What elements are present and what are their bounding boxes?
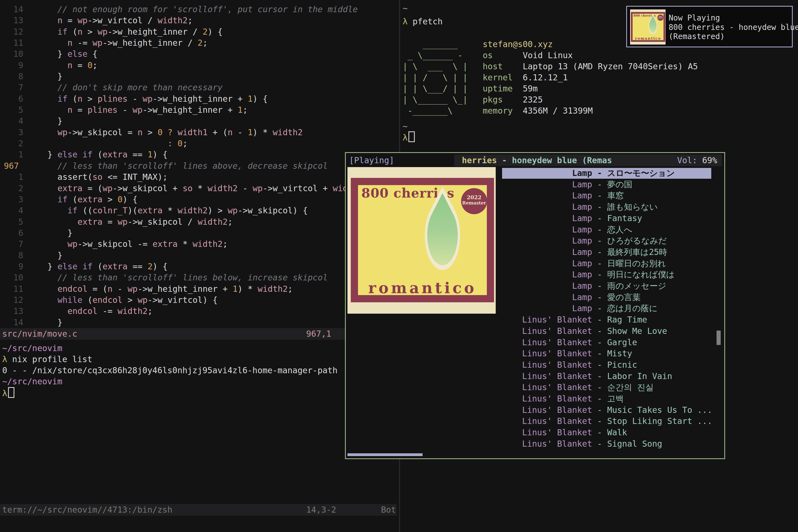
queue-item[interactable]: Linus' Blanket - Misty [347,348,725,359]
shell-path: ~ [403,121,407,132]
code-line: 13 endcol -= width2; [0,306,399,317]
code-line: 9 n = 0; [0,60,399,71]
player-state-badge: [Playing] [349,155,394,166]
queue-item[interactable]: Lamp - 恋は月の蔭に [347,303,725,314]
line-number: 1 [0,149,23,160]
prompt-lambda-icon: λ [403,133,407,142]
queue-item[interactable]: Lamp - ひろがるなみだ [347,235,725,247]
statusline-scroll-indicator: Bot [381,504,396,516]
line-number: 12 [0,294,23,306]
volume-indicator: Vol: 69% [677,155,717,166]
line-number: 3 [0,127,23,138]
line-number: 13 [0,306,23,317]
line-number: 10 [0,272,23,283]
terminal-line: λ [2,387,14,398]
neovim-pane[interactable]: 14 // not enough room for 'scrolloff', p… [0,0,399,532]
code-line: 6 } [0,227,399,239]
line-number: 13 [0,15,23,26]
queue-item[interactable]: Linus' Blanket - Stop Liking Start ... [347,416,725,427]
prompt-lambda-icon: λ [403,17,407,26]
queue-item[interactable]: Lamp - 明日になれば僕は [347,269,725,280]
queue-item[interactable]: Lamp - 車窓 [347,190,725,202]
line-number: 4 [0,205,23,216]
code-line: 12 if (n > wp->w_height_inner / 2) { [0,26,399,37]
queue-item[interactable]: Lamp - 日曜日のお別れ [347,258,725,269]
queue-item[interactable]: Linus' Blanket - Signal Song [347,438,725,450]
album-art-image: 800 cherries 2022 Remaster romantico [630,10,666,44]
line-number: 967 [0,160,23,172]
terminal-line: λnix profile list [2,354,92,365]
line-number: 6 [0,93,23,104]
desktop: 14 // not enough room for 'scrolloff', p… [0,0,798,532]
queue-item[interactable]: Lamp - 誰も知らない [347,202,725,213]
line-number: 14 [0,4,23,15]
code-line: 4 if ((colnr_T)(extra * width2) > wp->w_… [0,205,399,216]
code-line: 1 assert(so <= INT_MAX); [0,172,399,183]
line-number: 8 [0,71,23,82]
code-line: 2 extra = (wp->w_skipcol + so * width2 -… [0,183,399,194]
shell-path: ~ [403,3,407,14]
code-line: 967 // less than 'scrolloff' lines above… [0,160,399,172]
queue-item[interactable]: Linus' Blanket - Show Me Love [347,326,725,337]
queue-item[interactable]: Lamp - 雨のメッセージ [347,280,725,292]
player-scrolling-title: herries - honeydew blue (Remas [462,155,612,166]
terminal-statusline: term://~/src/neovim//4713:/bin/zsh 14,3-… [0,504,397,516]
line-number: 14 [0,317,23,328]
line-number: 10 [0,49,23,60]
queue-item[interactable]: Lamp - Fantasy [347,213,725,224]
queue-item[interactable]: Linus' Blanket - 고백 [347,393,725,404]
queue-item[interactable]: Linus' Blanket - Music Takes Us To ... [347,404,725,416]
code-line: 7 wp->w_skipcol -= extra * width2; [0,239,399,250]
queue-item[interactable]: Lamp - 最終列車は25時 [347,247,725,258]
queue-item[interactable]: Lamp - スロ〜モ〜ション [347,168,725,179]
player-titlebar: [Playing] herries - honeydew blue (Remas… [346,155,724,166]
notification-album-thumbnail: 800 cherries 2022 Remaster romantico [630,10,666,44]
queue-scrollbar[interactable] [717,330,721,345]
line-number: 7 [0,239,23,250]
code-line: 14 } [0,317,399,328]
shell-command-line: λpfetch [403,16,442,27]
queue-item[interactable]: Lamp - 恋人へ [347,224,725,235]
line-number: 5 [0,216,23,227]
terminal-line: ~/src/neovim [2,376,62,387]
line-number: 8 [0,250,23,261]
line-number: 2 [0,183,23,194]
code-line: 13 n = wp->w_virtcol / width2; [0,15,399,26]
line-number: 9 [0,60,23,71]
queue-item[interactable]: Linus' Blanket - 순간의 진실 [347,382,725,393]
code-line: 11 endcol = (n - wp->w_height_inner + 1)… [0,283,399,294]
code-line: 7 // don't skip more than necessary [0,82,399,93]
queue-item[interactable]: Linus' Blanket - Picnic [347,359,725,371]
queue-item[interactable]: Lamp - 夢の国 [347,179,725,190]
code-line: 8 } [0,250,399,261]
code-line: 4 } [0,116,399,127]
prompt-lambda-icon: λ [2,355,7,364]
queue-item[interactable]: Linus' Blanket - Rag Time [347,314,725,326]
now-playing-notification[interactable]: 800 cherries 2022 Remaster romantico Now… [626,6,793,48]
queue-item[interactable]: Linus' Blanket - Walk [347,427,725,438]
progress-bar[interactable] [347,453,422,456]
line-number: 7 [0,82,23,93]
queue-item[interactable]: Linus' Blanket - Gargle [347,337,725,348]
terminal-cursor [8,387,14,398]
code-line: 3 wp->w_skipcol = n > 0 ? width1 + (n - … [0,127,399,138]
notification-title: Now Playing [669,13,720,22]
code-line: 5 extra = wp->w_skipcol / width2; [0,216,399,227]
prompt-lambda-icon: λ [2,388,7,398]
code-line: 10 // less than 'scrolloff' lines below,… [0,272,399,283]
code-line: 6 if (n > plines - wp->w_height_inner + … [0,93,399,104]
terminal-cursor [408,131,415,142]
pfetch-output: _______ stefan@s00.xyz _ \______ - os Vo… [403,39,698,116]
line-number: 4 [0,116,23,127]
queue-item[interactable]: Lamp - 愛の言葉 [347,292,725,303]
code-line: 14 // not enough room for 'scrolloff', p… [0,4,399,15]
notification-body-line2: (Remastered) [669,32,725,41]
code-line: 8 } [0,71,399,82]
code-line: 11 n -= wp->w_height_inner / 2; [0,37,399,49]
music-player-window[interactable]: [Playing] herries - honeydew blue (Remas… [345,152,725,459]
shell-prompt: λ [403,131,415,142]
terminal-line: ~/src/neovim [2,343,62,354]
statusline-term-position: 14,3-2 [306,504,336,516]
line-number: 2 [0,138,23,149]
queue-item[interactable]: Linus' Blanket - Labor In Vain [347,371,725,382]
